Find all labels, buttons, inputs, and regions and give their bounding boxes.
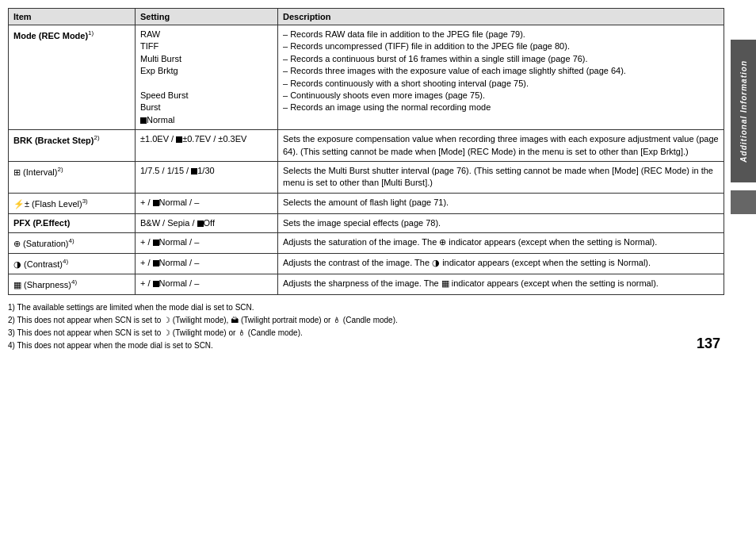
sidebar-label: Additional Information — [731, 40, 756, 182]
sidebar-block — [731, 190, 756, 214]
cell-item: Mode (REC Mode)1) — [9, 25, 136, 130]
cell-item: ◑ (Contrast)4) — [9, 254, 136, 274]
cell-item: ⊕ (Saturation)4) — [9, 233, 136, 254]
cell-description: Adjusts the saturation of the image. The… — [278, 233, 724, 254]
page-number: 137 — [697, 336, 720, 352]
footnote: 4) This does not appear when the mode di… — [8, 339, 724, 352]
table-row: ◑ (Contrast)4)+ / Normal / –Adjusts the … — [9, 254, 724, 274]
table-row: BRK (Bracket Step)2)±1.0EV / ±0.7EV / ±0… — [9, 130, 724, 162]
table-row: Mode (REC Mode)1)RAWTIFFMulti BurstExp B… — [9, 25, 724, 130]
footnote: 3) This does not appear when SCN is set … — [8, 327, 724, 339]
cell-item: BRK (Bracket Step)2) — [9, 130, 136, 162]
cell-description: Selects the amount of flash light (page … — [278, 193, 724, 213]
table-row: ⊞ (Interval)2)1/7.5 / 1/15 / 1/30Selects… — [9, 161, 724, 193]
table-row: ⊕ (Saturation)4)+ / Normal / –Adjusts th… — [9, 233, 724, 254]
cell-setting: ±1.0EV / ±0.7EV / ±0.3EV — [136, 130, 278, 162]
header-item: Item — [9, 9, 136, 25]
footnotes: 1) The available settings are limited wh… — [8, 301, 724, 352]
header-setting: Setting — [136, 9, 278, 25]
cell-description: Adjusts the contrast of the image. The ◑… — [278, 254, 724, 274]
cell-item: PFX (P.Effect) — [9, 213, 136, 232]
table-row: PFX (P.Effect)B&W / Sepia / OffSets the … — [9, 213, 724, 232]
header-description: Description — [278, 9, 724, 25]
cell-description: – Records RAW data file in addition to t… — [278, 25, 724, 130]
cell-description: Sets the exposure compensation value whe… — [278, 130, 724, 162]
table-row: ▦ (Sharpness)4)+ / Normal / –Adjusts the… — [9, 274, 724, 295]
settings-table: Item Setting Description Mode (REC Mode)… — [8, 8, 724, 295]
cell-setting: + / Normal / – — [136, 274, 278, 295]
cell-setting: + / Normal / – — [136, 254, 278, 274]
cell-description: Adjusts the sharpness of the image. The … — [278, 274, 724, 295]
cell-item: ▦ (Sharpness)4) — [9, 274, 136, 295]
cell-setting: + / Normal / – — [136, 193, 278, 213]
cell-setting: + / Normal / – — [136, 233, 278, 254]
cell-item: ⊞ (Interval)2) — [9, 161, 136, 193]
table-row: ⚡± (Flash Level)3)+ / Normal / –Selects … — [9, 193, 724, 213]
footnote: 1) The available settings are limited wh… — [8, 301, 724, 314]
cell-description: Sets the image special effects (page 78)… — [278, 213, 724, 232]
cell-description: Selects the Multi Burst shutter interval… — [278, 161, 724, 193]
footnote: 2) This does not appear when SCN is set … — [8, 314, 724, 327]
cell-setting: RAWTIFFMulti BurstExp BrktgSpeed BurstBu… — [136, 25, 278, 130]
page-container: Additional Information Item Setting Desc… — [0, 0, 756, 360]
sidebar-text: Additional Information — [739, 60, 748, 163]
cell-item: ⚡± (Flash Level)3) — [9, 193, 136, 213]
cell-setting: B&W / Sepia / Off — [136, 213, 278, 232]
cell-setting: 1/7.5 / 1/15 / 1/30 — [136, 161, 278, 193]
